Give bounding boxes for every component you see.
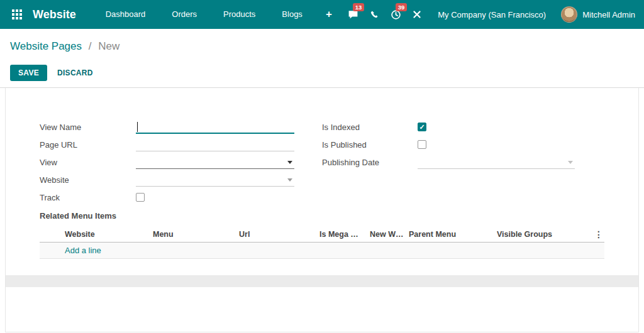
col-header-visible-groups[interactable]: Visible Groups: [497, 230, 591, 239]
field-row-page-url: Page URL: [40, 136, 322, 153]
activities-button[interactable]: 39: [385, 0, 406, 29]
tools-cross-icon: [413, 10, 421, 19]
user-menu[interactable]: Mitchell Admin: [561, 6, 635, 23]
add-line-row: Add a line: [40, 243, 604, 259]
view-select[interactable]: [136, 155, 294, 169]
breadcrumb: Website Pages / New: [10, 40, 634, 57]
table-header-row: Website Menu Url Is Mega … New W… Parent…: [40, 226, 604, 243]
top-navbar: Website Dashboard Orders Products Blogs …: [0, 0, 644, 29]
chevron-down-icon: [287, 161, 292, 164]
field-row-track: Track: [40, 188, 322, 206]
main-menu: Dashboard Orders Products Blogs +: [92, 0, 342, 29]
calls-button[interactable]: [364, 0, 385, 29]
breadcrumb-website-pages[interactable]: Website Pages: [10, 40, 82, 52]
company-switcher[interactable]: My Company (San Francisco): [438, 10, 546, 19]
page-url-label: Page URL: [40, 140, 136, 150]
new-content-plus-button[interactable]: +: [316, 0, 342, 29]
field-row-is-published: Is Published: [322, 136, 604, 153]
view-name-label: View Name: [40, 123, 136, 132]
sheet-footer-band: [6, 275, 638, 287]
form-actions: SAVE DISCARD: [10, 65, 634, 81]
field-row-publishing-date: Publishing Date: [322, 153, 604, 171]
user-avatar: [561, 6, 577, 23]
systray: 13 39: [342, 0, 635, 29]
track-label: Track: [40, 193, 136, 202]
activities-badge: 39: [396, 3, 408, 11]
menu-item-blogs[interactable]: Blogs: [269, 0, 316, 29]
messages-badge: 13: [353, 3, 365, 11]
website-label: Website: [40, 175, 136, 185]
discard-button[interactable]: DISCARD: [57, 68, 93, 77]
chevron-down-icon: [568, 161, 573, 164]
apps-grid-icon[interactable]: [6, 0, 28, 29]
is-indexed-label: Is Indexed: [322, 123, 418, 132]
form-sheet: View Name Page URL View: [6, 88, 638, 259]
related-menu-items-title: Related Menu Items: [40, 211, 604, 225]
chevron-down-icon: [287, 178, 292, 182]
is-published-checkbox[interactable]: [418, 140, 426, 149]
phone-icon: [370, 10, 379, 19]
list-options-icon[interactable]: ⋮: [593, 229, 604, 239]
save-button[interactable]: SAVE: [10, 65, 47, 81]
publishing-date-label: Publishing Date: [322, 158, 418, 167]
website-select[interactable]: [136, 173, 294, 187]
menu-item-dashboard[interactable]: Dashboard: [92, 0, 159, 29]
col-header-parent-menu[interactable]: Parent Menu: [409, 230, 497, 239]
tools-button[interactable]: [406, 0, 428, 29]
control-panel: Website Pages / New SAVE DISCARD: [0, 29, 644, 88]
breadcrumb-current: New: [98, 40, 119, 52]
add-a-line-link[interactable]: Add a line: [65, 246, 101, 255]
track-checkbox[interactable]: [136, 193, 145, 202]
is-indexed-checkbox[interactable]: [418, 123, 426, 131]
is-published-label: Is Published: [322, 140, 418, 150]
col-header-website[interactable]: Website: [65, 230, 153, 239]
breadcrumb-separator: /: [89, 40, 92, 52]
app-title[interactable]: Website: [33, 8, 76, 21]
menu-item-orders[interactable]: Orders: [158, 0, 210, 29]
col-header-url[interactable]: Url: [239, 230, 319, 239]
field-row-view: View: [40, 153, 322, 171]
col-header-new-window[interactable]: New W…: [370, 230, 409, 239]
text-cursor: [137, 122, 138, 132]
field-row-is-indexed: Is Indexed: [322, 118, 604, 136]
page-url-input[interactable]: [136, 138, 294, 151]
publishing-date-input[interactable]: [418, 155, 575, 169]
user-name: Mitchell Admin: [582, 10, 635, 19]
field-row-view-name: View Name: [40, 118, 322, 136]
col-header-menu[interactable]: Menu: [153, 230, 239, 239]
menu-item-products[interactable]: Products: [210, 0, 269, 29]
odoo-app: Website Dashboard Orders Products Blogs …: [0, 0, 644, 332]
related-menu-items-table: Website Menu Url Is Mega … New W… Parent…: [40, 226, 604, 259]
col-header-is-mega-menu[interactable]: Is Mega …: [319, 230, 370, 239]
field-row-website: Website: [40, 171, 322, 188]
view-label: View: [40, 158, 136, 167]
form-view: View Name Page URL View: [5, 88, 639, 332]
messages-button[interactable]: 13: [342, 0, 364, 29]
view-name-input[interactable]: [136, 120, 294, 134]
